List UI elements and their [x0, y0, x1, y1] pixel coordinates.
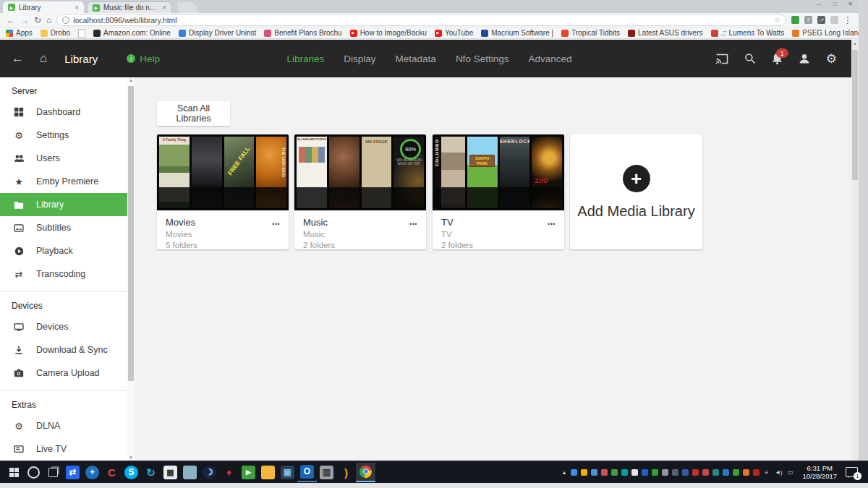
library-card-music[interactable]: 90% ALLMAN BROTHERS ON STAGE VAN MORRISO…: [294, 134, 426, 249]
bookmark-item[interactable]: .:: Lumens To Watts: [711, 29, 785, 37]
home-icon[interactable]: ⌂: [40, 51, 47, 66]
tray-icon[interactable]: [712, 469, 719, 476]
tab-close-icon[interactable]: ×: [162, 4, 166, 12]
bookmark-item[interactable]: [78, 29, 85, 38]
library-card-image[interactable]: COLUMBO SOUTH PARK SHERLOCK ZOO: [433, 134, 564, 210]
taskbar-app[interactable]: ▶: [239, 463, 258, 482]
page-info-icon[interactable]: i: [62, 17, 69, 24]
scroll-up-icon[interactable]: ▲: [127, 78, 135, 82]
tray-icon[interactable]: [601, 469, 608, 476]
maximize-icon[interactable]: □: [833, 1, 836, 7]
tab-metadata[interactable]: Metadata: [396, 53, 436, 64]
start-button[interactable]: [4, 463, 24, 482]
minimize-icon[interactable]: —: [815, 1, 821, 7]
tray-icon[interactable]: [642, 469, 648, 476]
search-icon[interactable]: [744, 53, 756, 64]
forward-icon[interactable]: →: [20, 16, 29, 25]
cortana-button[interactable]: [24, 463, 43, 482]
sidebar-item-users[interactable]: Users: [0, 147, 127, 170]
bookmark-item[interactable]: Macrium Software |: [481, 29, 553, 37]
sidebar-item-subtitles[interactable]: Subtitles: [0, 216, 127, 239]
sidebar-item-dashboard[interactable]: Dashboard: [0, 100, 127, 124]
taskbar-app[interactable]: [180, 463, 200, 482]
tab-close-icon[interactable]: ×: [75, 4, 79, 12]
library-card-image[interactable]: A Family Thing FREE FALL THE LION KING: [157, 134, 289, 210]
sidebar-item-download-sync[interactable]: Download & Sync: [0, 338, 127, 361]
bookmark-item[interactable]: YouTube: [435, 29, 473, 37]
tray-icon[interactable]: [672, 469, 678, 476]
back-icon[interactable]: ←: [7, 16, 15, 25]
sidebar-scrollbar[interactable]: ▲ ▼: [127, 77, 135, 461]
tab-library[interactable]: ▶ Library ×: [3, 1, 84, 13]
taskbar-app-file-explorer[interactable]: [258, 463, 278, 482]
taskbar-app[interactable]: ▣: [278, 463, 297, 482]
apps-shortcut[interactable]: Apps: [6, 29, 33, 37]
tab-advanced[interactable]: Advanced: [528, 53, 571, 64]
library-card-image[interactable]: 90% ALLMAN BROTHERS ON STAGE VAN MORRISO…: [294, 134, 426, 210]
tray-icon[interactable]: [682, 469, 689, 476]
tray-menu-icon[interactable]: ≡: [763, 469, 770, 476]
address-bar[interactable]: i localhost:8096/web/library.html ☆: [56, 14, 786, 26]
tray-icon[interactable]: [652, 469, 658, 476]
sidebar-item-emby-premiere[interactable]: ★ Emby Premiere: [0, 170, 127, 193]
settings-gear-icon[interactable]: ⚙: [826, 53, 837, 65]
bookmark-item[interactable]: Drobo: [41, 29, 70, 37]
taskbar-app-ccleaner[interactable]: C: [102, 463, 122, 482]
scan-all-libraries-button[interactable]: Scan All Libraries: [157, 101, 230, 126]
scrollbar-thumb[interactable]: [852, 50, 858, 180]
tray-icon[interactable]: [631, 469, 638, 476]
tray-icon[interactable]: [723, 469, 729, 476]
home-icon[interactable]: ⌂: [46, 16, 51, 25]
tray-icon[interactable]: [591, 469, 597, 476]
tray-icon[interactable]: [662, 469, 668, 476]
scrollbar-thumb[interactable]: [128, 86, 134, 381]
extension-icon[interactable]: ↗: [817, 16, 825, 24]
bookmark-item[interactable]: Amazon.com: Online: [93, 29, 171, 37]
taskbar-app[interactable]: ▥: [317, 463, 336, 482]
tray-chevron-icon[interactable]: ▴: [561, 469, 567, 476]
tray-icon[interactable]: [702, 469, 709, 476]
taskbar-app-chrome[interactable]: [356, 463, 375, 482]
help-link[interactable]: i Help: [127, 53, 160, 64]
bookmark-star-icon[interactable]: ☆: [774, 16, 780, 24]
taskbar-clock[interactable]: 6:31 PM 10/28/2017: [802, 464, 837, 481]
extension-icon[interactable]: 3: [804, 16, 812, 24]
taskbar-app-outlook[interactable]: O: [297, 463, 317, 482]
task-view-button[interactable]: [43, 463, 63, 482]
bookmark-item[interactable]: PSEG Long Island Ou: [792, 29, 859, 37]
extension-icon[interactable]: [830, 16, 838, 24]
close-window-icon[interactable]: ✕: [848, 1, 853, 7]
taskbar-app[interactable]: ☽: [200, 463, 219, 482]
taskbar-app-calculator[interactable]: ▦: [161, 463, 180, 482]
scroll-up-icon[interactable]: ▲: [851, 41, 859, 46]
sidebar-item-transcoding[interactable]: ⇄ Transcoding: [0, 262, 127, 286]
sidebar-item-dlna[interactable]: ⚙ DLNA: [0, 414, 127, 437]
tray-icon[interactable]: [621, 469, 628, 476]
chrome-menu-icon[interactable]: ⋮: [843, 16, 852, 25]
reload-icon[interactable]: ↻: [34, 16, 41, 25]
tray-icon[interactable]: [581, 469, 587, 476]
tray-icon[interactable]: [753, 469, 760, 476]
library-card-tv[interactable]: COLUMBO SOUTH PARK SHERLOCK ZOO TV TV 2 …: [433, 134, 564, 249]
taskbar-app[interactable]: ): [336, 463, 356, 482]
taskbar-app[interactable]: +: [82, 463, 102, 482]
sidebar-item-devices[interactable]: Devices: [0, 315, 127, 338]
bookmark-item[interactable]: Tropical Tidbits: [561, 29, 620, 37]
action-center-icon[interactable]: 1: [846, 467, 858, 477]
library-card-movies[interactable]: A Family Thing FREE FALL THE LION KING M…: [157, 134, 289, 249]
tray-icon[interactable]: [571, 469, 577, 476]
tab-music-file[interactable]: ▶ Music file do not play - ×: [87, 1, 172, 13]
sidebar-item-settings[interactable]: ⚙ Settings: [0, 124, 127, 147]
add-media-library-card[interactable]: + Add Media Library: [570, 134, 702, 249]
card-menu-button[interactable]: •••: [548, 221, 556, 228]
sidebar-item-camera-upload[interactable]: Camera Upload: [0, 361, 127, 385]
bookmark-item[interactable]: Display Driver Uninst: [179, 29, 256, 37]
tray-icon[interactable]: [611, 469, 618, 476]
taskbar-app-skype[interactable]: S: [122, 463, 141, 482]
bookmark-item[interactable]: How to Image/Backu: [350, 29, 427, 37]
sidebar-item-playback[interactable]: Playback: [0, 239, 127, 262]
user-icon[interactable]: [799, 53, 810, 64]
notifications-bell-icon[interactable]: 1: [772, 53, 783, 64]
tab-nfo-settings[interactable]: Nfo Settings: [456, 53, 509, 64]
tray-icon[interactable]: [743, 469, 749, 476]
